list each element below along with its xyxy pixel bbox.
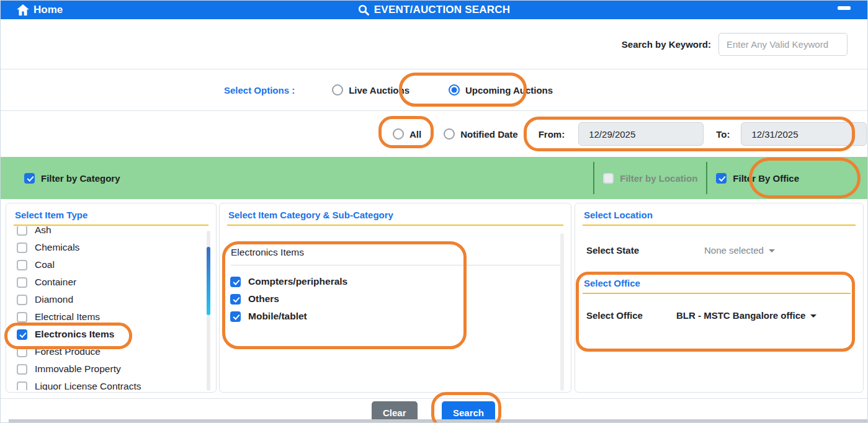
divider [1,398,867,399]
from-date-input[interactable] [578,122,704,146]
sub-category-option[interactable]: Compters/peripherals [220,273,571,290]
divider [231,265,561,265]
page-title: EVENT/AUCTION SEARCH [374,4,510,16]
keyword-row: Search by Keyword: [1,19,867,69]
checkbox-icon[interactable] [603,173,614,184]
item-type-option[interactable]: Forest Produce [6,343,205,360]
item-type-option[interactable]: Container [6,274,205,291]
checkbox-icon[interactable] [17,329,27,340]
sub-category-label: Compters/peripherals [248,276,347,287]
item-type-list: Ash Chemicals Coal Container Diamond [6,226,205,390]
item-type-option-label: Electrical Items [35,311,100,323]
from-label: From: [539,129,565,140]
filter-by-office-checkbox[interactable]: Filter By Office [716,173,799,184]
upcoming-auctions-radio[interactable]: Upcoming Auctions [449,84,553,96]
location-heading: Select Location [575,203,863,220]
filter-by-office-label: Filter By Office [733,173,799,184]
item-type-option-label: Immovable Property [35,363,121,375]
item-type-option-label: Coal [35,259,55,270]
office-dropdown-value: BLR - MSTC Bangalore office [676,310,805,321]
divider [593,162,594,194]
item-type-option[interactable]: Immovable Property [6,360,205,378]
divider [706,162,707,194]
checkbox-icon[interactable] [17,226,27,236]
scrollbar-track[interactable] [560,233,564,391]
checkbox-icon[interactable] [716,173,727,184]
to-date-input[interactable] [741,122,867,146]
checkbox-icon[interactable] [17,277,27,288]
item-type-option-label: Diamond [35,294,73,305]
window-title: EVENT/AUCTION SEARCH [1,1,867,19]
filter-by-category-checkbox[interactable]: Filter by Category [24,173,120,184]
filter-by-category-label: Filter by Category [41,173,120,184]
item-type-option[interactable]: Coal [6,256,205,274]
item-type-option-label: Liquor License Contracts [35,381,141,390]
sub-category-option[interactable]: Mobile/tablet [220,308,571,325]
item-type-panel: Select Item Type Ash Chemicals Coal [6,203,217,393]
checkbox-icon[interactable] [17,312,27,323]
checkbox-icon[interactable] [230,294,241,305]
window-edge-shadow [9,419,867,422]
home-link[interactable]: Home [17,4,63,16]
home-icon [17,4,29,16]
item-type-option-label: Container [35,277,76,288]
item-type-option[interactable]: Ash [6,226,205,239]
all-radio[interactable]: All [393,128,421,140]
notified-date-radio[interactable]: Notified Date [444,128,518,140]
home-label: Home [34,4,63,16]
select-options-label: Select Options : [224,85,295,96]
all-label: All [409,129,421,140]
checkbox-icon[interactable] [17,381,27,391]
checkbox-icon[interactable] [17,260,27,270]
select-options-row: Select Options : Live Auctions Upcoming … [1,69,867,111]
upcoming-auctions-label: Upcoming Auctions [465,85,553,96]
radio-icon[interactable] [332,84,343,96]
item-type-option-electronics[interactable]: Electronics Items [6,326,205,343]
scrollbar-thumb[interactable] [207,247,210,315]
checkbox-icon[interactable] [17,364,27,375]
state-dropdown-value: None selected [704,245,764,256]
item-type-option-label: Ash [35,226,51,236]
item-type-heading: Select Item Type [6,203,216,220]
item-type-option-label: Forest Produce [35,346,101,357]
category-heading: Select Item Category & Sub-Category [220,203,571,220]
filter-by-location-checkbox[interactable]: Filter by Location [603,173,697,184]
radio-icon[interactable] [393,128,404,140]
item-type-option[interactable]: Chemicals [6,239,205,256]
item-type-option[interactable]: Liquor License Contracts [6,378,205,390]
to-label: To: [716,129,730,140]
radio-icon[interactable] [449,84,460,96]
select-state-label: Select State [586,245,704,256]
item-type-option-label: Chemicals [35,242,79,253]
office-heading: Select Office [575,272,863,288]
category-panel: Select Item Category & Sub-Category Elec… [219,203,571,393]
radio-icon[interactable] [444,128,455,140]
checkbox-icon[interactable] [24,173,35,184]
sub-category-label: Others [248,293,279,305]
chevron-down-icon [769,249,775,252]
gold-underline [583,293,851,294]
search-icon [358,4,369,16]
gold-underline [227,225,563,226]
filter-by-location-label: Filter by Location [620,173,697,184]
title-bar: Home EVENT/AUCTION SEARCH [1,1,867,19]
notified-date-label: Notified Date [460,129,518,140]
checkbox-icon[interactable] [230,311,241,322]
select-office-label: Select Office [586,310,676,321]
keyword-input[interactable] [718,33,848,56]
sub-category-option[interactable]: Others [220,290,571,308]
live-auctions-radio[interactable]: Live Auctions [332,84,409,96]
checkbox-icon[interactable] [17,243,27,253]
location-panel: Select Location Select State None select… [575,203,864,393]
category-group-title: Electronics Items [220,247,571,258]
checkbox-icon[interactable] [17,347,27,357]
minimize-icon[interactable] [838,6,851,10]
checkbox-icon[interactable] [17,295,27,305]
checkbox-icon[interactable] [230,277,241,287]
office-dropdown[interactable]: BLR - MSTC Bangalore office [676,310,817,321]
gold-underline [14,225,208,226]
item-type-option[interactable]: Electrical Items [6,308,205,326]
item-type-option[interactable]: Diamond [6,291,205,308]
keyword-label: Search by Keyword: [622,39,711,50]
state-dropdown[interactable]: None selected [704,245,775,256]
